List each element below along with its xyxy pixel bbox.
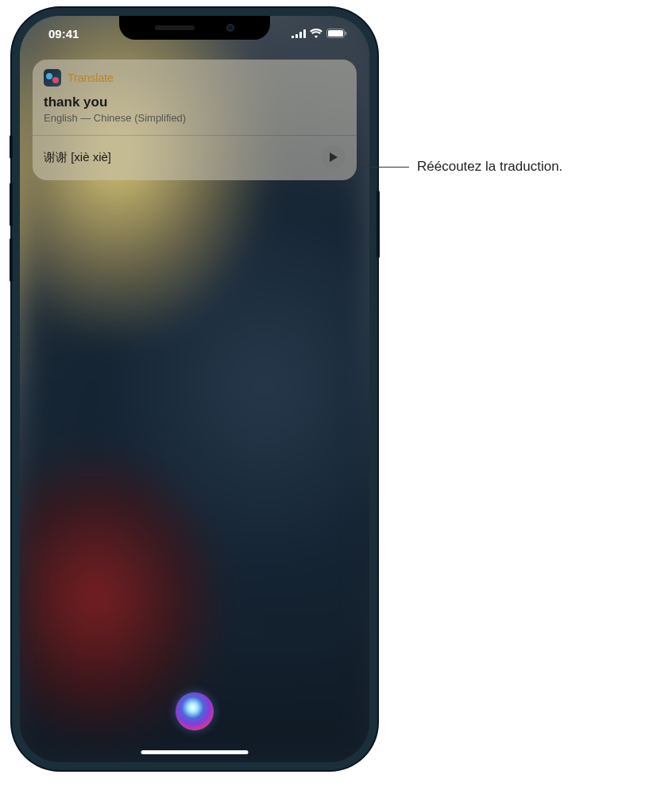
source-phrase: thank you <box>44 94 346 110</box>
card-divider <box>33 135 357 136</box>
card-header: Translate <box>44 69 346 87</box>
siri-translate-card[interactable]: Translate thank you English — Chinese (S… <box>33 60 357 180</box>
svg-rect-1 <box>295 34 298 38</box>
battery-icon <box>326 29 347 38</box>
wifi-icon <box>310 29 322 38</box>
annotation-callout: Réécoutez la traduction. <box>330 159 562 175</box>
play-icon <box>329 152 338 163</box>
front-camera <box>226 24 234 32</box>
svg-rect-5 <box>328 30 343 37</box>
callout-label: Réécoutez la traduction. <box>417 159 562 175</box>
app-name-label: Translate <box>68 71 114 84</box>
translation-row: 谢谢 [xiè xiè] <box>44 145 346 169</box>
play-translation-button[interactable] <box>322 145 346 169</box>
display-notch <box>119 16 270 40</box>
phone-screen: 09:41 <box>20 16 369 762</box>
volume-up-button <box>10 183 13 226</box>
silent-switch <box>10 135 13 159</box>
language-pair-label: English — Chinese (Simplified) <box>44 112 346 124</box>
svg-rect-6 <box>346 32 347 35</box>
translate-app-icon <box>44 69 61 87</box>
svg-rect-3 <box>303 29 306 38</box>
translated-phrase: 谢谢 [xiè xiè] <box>44 150 111 165</box>
home-indicator[interactable] <box>141 750 249 754</box>
volume-down-button <box>10 238 13 282</box>
phone-device-frame: 09:41 <box>12 8 377 770</box>
power-button <box>377 191 380 258</box>
siri-orb-button[interactable] <box>176 692 214 730</box>
cellular-signal-icon <box>292 29 306 38</box>
status-time: 09:41 <box>48 27 79 40</box>
status-icons <box>292 29 347 38</box>
speaker-grille <box>155 25 195 30</box>
svg-rect-2 <box>299 32 302 38</box>
svg-rect-0 <box>292 36 294 38</box>
